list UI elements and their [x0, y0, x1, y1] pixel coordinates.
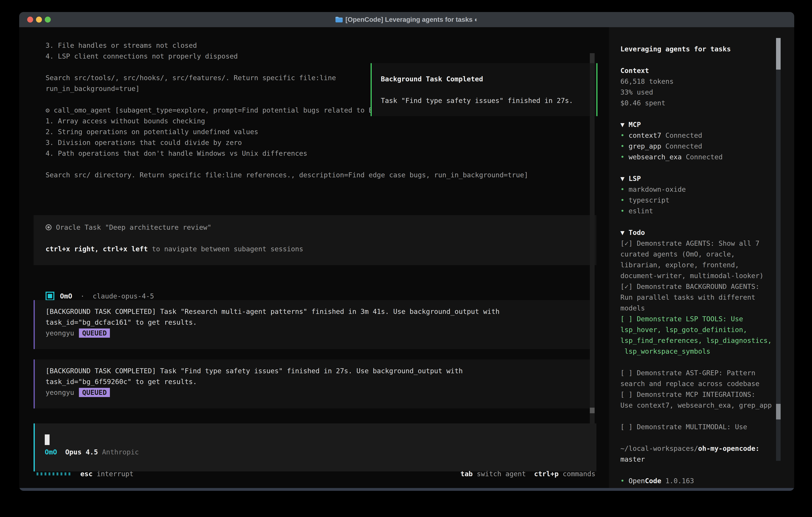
sidebar-line: [ ] Demonstrate LSP TOOLS: Use [620, 314, 772, 324]
sidebar-line: • context7 Connected [620, 130, 772, 141]
task-block: [BACKGROUND TASK COMPLETED] Task "Resear… [34, 300, 590, 349]
sidebar-line: • grep_app Connected [620, 141, 772, 152]
agent-square-icon [46, 292, 54, 300]
opencode-window: [OpenCode] Leveraging agents for tasks ◐… [19, 12, 794, 491]
terminal-line: Search src/ directory. Return specific f… [46, 169, 597, 180]
sidebar-line: 33% used [620, 87, 772, 98]
terminal-line [46, 159, 597, 169]
status-badge: QUEUED [79, 328, 110, 338]
spinner-dot [57, 472, 58, 475]
status-bar: esc interrupt tab switch agent ctrl+p co… [19, 468, 609, 479]
title-bar: [OpenCode] Leveraging agents for tasks ◐ [19, 12, 794, 27]
shortcut-hints: tab switch agent ctrl+p commands [460, 468, 596, 479]
window-bottom-edge [19, 488, 794, 491]
zoom-button[interactable] [45, 17, 51, 23]
task-user: yeongyu [46, 329, 74, 337]
sidebar-content: Leveraging agents for tasksContext66,518… [620, 44, 772, 486]
prompt-input[interactable]: OmO Opus 4.5 Anthropic [34, 424, 597, 471]
task-block: [BACKGROUND TASK COMPLETED] Task "Find t… [34, 359, 590, 408]
spinner-dot [40, 472, 42, 475]
tab-label: switch agent [477, 470, 526, 478]
task-user: yeongyu [46, 388, 74, 397]
agent-header: OmO · claude-opus-4-5 [46, 291, 154, 301]
traffic-lights [27, 12, 51, 27]
sidebar-line: Leveraging agents for tasks [620, 44, 772, 54]
minimize-button[interactable] [36, 17, 42, 23]
esc-key: esc [80, 470, 92, 478]
task-meta: yeongyu QUEUED [46, 328, 590, 338]
task-meta: yeongyu QUEUED [46, 387, 590, 398]
sidebar: Leveraging agents for tasksContext66,518… [609, 27, 794, 488]
cmd-label: commands [563, 470, 596, 478]
spinner-dot [45, 472, 46, 475]
agent-model: claude-opus-4-5 [93, 292, 154, 300]
oracle-title-line: Oracle Task "Deep architecture review" [46, 222, 597, 233]
sidebar-line: lsp_workspace_symbols [620, 346, 772, 357]
screen: [OpenCode] Leveraging agents for tasks ◐… [0, 0, 812, 517]
sidebar-line: • markdown-oxide [620, 184, 772, 195]
conversation-area: 3. File handles or streams not closed4. … [19, 27, 609, 488]
toast-body: Task "Find type safety issues" finished … [381, 95, 597, 106]
sidebar-scrollbar-thumb[interactable] [776, 38, 781, 70]
sidebar-line: ▼ LSP [620, 173, 772, 184]
close-button[interactable] [27, 17, 33, 23]
cmd-key: ctrl+p [534, 470, 559, 478]
sidebar-line: lsp_find_references, lsp_diagnostics, [620, 335, 772, 346]
sidebar-line [620, 465, 772, 475]
sidebar-line: • websearch_exa Connected [620, 152, 772, 162]
sidebar-line: $0.46 spent [620, 98, 772, 108]
terminal-line: 4. Path operations that don't handle Win… [46, 148, 597, 159]
sidebar-line [620, 357, 772, 368]
agent-name: OmO [60, 292, 72, 300]
terminal-line: 4. LSP client connections not properly d… [46, 51, 597, 61]
spinner-dot [49, 472, 50, 475]
sidebar-line [620, 108, 772, 119]
sidebar-line [620, 432, 772, 443]
folder-icon [335, 17, 343, 23]
tab-key: tab [460, 470, 472, 478]
main-scrollbar-thumb-top[interactable] [590, 53, 594, 63]
sidebar-line: lsp_hover, lsp_goto_definition, [620, 324, 772, 335]
oracle-task-panel: Oracle Task "Deep architecture review" c… [34, 215, 597, 265]
sidebar-line: [✓] Demonstrate AGENTS: Show all 7 [620, 238, 772, 249]
sidebar-line: • typescript [620, 195, 772, 206]
terminal-line: 1. Array access without bounds checking [46, 115, 597, 126]
window-title-wrap: [OpenCode] Leveraging agents for tasks ◐ [335, 16, 478, 23]
agent-separator-wrap: · [72, 292, 92, 300]
toast-title: Background Task Completed [381, 74, 597, 84]
spinner-dot [36, 472, 38, 475]
window-title: [OpenCode] Leveraging agents for tasks ◐ [345, 16, 478, 23]
task-line-1: [BACKGROUND TASK COMPLETED] Task "Resear… [46, 306, 590, 317]
main-scrollbar-thumb[interactable] [590, 408, 594, 413]
sidebar-line [620, 162, 772, 173]
oracle-hint-line: ctrl+x right, ctrl+x left to navigate be… [46, 244, 597, 254]
sidebar-line: 66,518 tokens [620, 76, 772, 87]
sidebar-line: [ ] Demonstrate MCP INTEGRATIONS: [620, 389, 772, 400]
terminal-line: 3. Division operations that could divide… [46, 137, 597, 148]
background-task-toast: Background Task Completed Task "Find typ… [371, 63, 598, 116]
spinner-dot [68, 472, 70, 475]
spinner-dot [61, 472, 62, 475]
sidebar-line: master [620, 454, 772, 465]
status-badge: QUEUED [79, 388, 110, 397]
spinner-dot [64, 472, 66, 475]
task-line-1: [BACKGROUND TASK COMPLETED] Task "Find t… [46, 365, 590, 376]
sidebar-scrollbar[interactable] [776, 38, 781, 461]
main-scrollbar[interactable] [590, 53, 594, 424]
sidebar-line: ▼ Todo [620, 227, 772, 238]
task-line-2: task_id="bg_6f59260c" to get results. [46, 376, 590, 387]
sidebar-line: [ ] Demonstrate MULTIMODAL: Use [620, 421, 772, 432]
fisheye-icon [46, 224, 52, 230]
spinner-dots [36, 472, 70, 475]
input-provider: Anthropic [102, 448, 139, 456]
sidebar-line: ▼ MCP [620, 119, 772, 130]
sidebar-line: librarian, explore, frontend, [620, 260, 772, 270]
input-agent: OmO [45, 448, 57, 456]
sidebar-scrollbar-thumb-secondary[interactable] [776, 404, 781, 419]
sidebar-line [620, 216, 772, 227]
sidebar-line: [ ] Demonstrate AST-GREP: Pattern [620, 368, 772, 378]
sidebar-line: curated agents (OmO, oracle, [620, 249, 772, 260]
agent-separator: · [80, 292, 84, 300]
input-model: Opus 4.5 [65, 448, 98, 456]
sidebar-line: Context [620, 65, 772, 76]
